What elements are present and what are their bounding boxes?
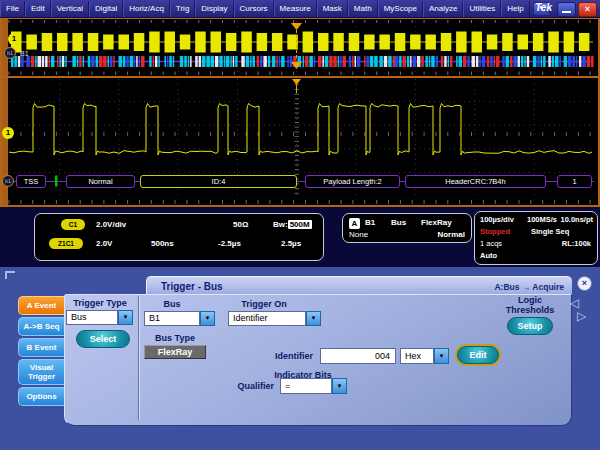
channel1-readout-badge: C1 — [61, 219, 85, 230]
trigger-bus-dialog: Trigger - Bus A:Bus → Acquire A Event A-… — [0, 267, 600, 450]
dialog-close-icon[interactable] — [577, 276, 592, 291]
menu-math[interactable]: Math — [348, 1, 378, 17]
trigger-on-dropdown-arrow-icon[interactable] — [306, 311, 321, 326]
trigger-readout-box: A B1 Bus FlexRay None Normal — [342, 213, 472, 243]
select-button[interactable]: Select — [76, 330, 130, 348]
trigger-type-dropdown[interactable]: Bus — [66, 310, 118, 325]
decode-field-cycle-count: 1 — [557, 175, 592, 188]
panel-divider — [138, 296, 140, 420]
menu-myscope[interactable]: MyScope — [378, 1, 423, 17]
zoom-timebase: 500ns — [151, 239, 174, 248]
channel-bandwidth: Bw:500M — [273, 220, 312, 229]
acq-record-length: RL:100k — [562, 239, 591, 248]
trigger-protocol: FlexRay — [421, 218, 452, 227]
panel-nav-left-icon[interactable] — [570, 297, 579, 309]
window-end: 2.5µs — [281, 239, 301, 248]
bus-type-value: FlexRay — [144, 345, 206, 359]
bandwidth-prefix: Bw: — [273, 220, 288, 229]
logic-thresholds-label-line2: Thresholds — [498, 305, 562, 315]
acq-resolution: 10.0ns/pt — [560, 215, 593, 224]
menu-analyze[interactable]: Analyze — [423, 1, 463, 17]
menu-edit[interactable]: Edit — [25, 1, 51, 17]
menu-measure[interactable]: Measure — [274, 1, 317, 17]
trigger-type-dropdown-arrow-icon[interactable] — [118, 310, 133, 325]
tab-options[interactable]: Options — [18, 387, 64, 406]
trigger-on-label: Trigger On — [224, 299, 304, 309]
overview-channel1-badge[interactable]: 1 — [8, 33, 20, 45]
dialog-title-bar: Trigger - Bus A:Bus → Acquire — [146, 276, 572, 295]
menu-digital[interactable]: Digital — [89, 1, 123, 17]
menu-utilities[interactable]: Utilities — [463, 1, 501, 17]
trigger-type: Bus — [391, 218, 406, 227]
trigger-type-label: Trigger Type — [64, 298, 136, 308]
tab-visual-trigger[interactable]: Visual Trigger — [18, 359, 64, 385]
menu-trig[interactable]: Trig — [170, 1, 195, 17]
trigger-a-badge: A — [349, 218, 360, 229]
trigger-mode: Normal — [437, 230, 465, 239]
dialog-grip — [5, 271, 15, 279]
tab-b-event[interactable]: B Event — [18, 338, 64, 357]
bandwidth-value: 500M — [288, 220, 312, 229]
channel-readout-box: C1 2.0V/div 50Ω Bw:500M Z1C1 2.0V 500ns … — [34, 213, 324, 261]
menu-file[interactable]: File — [0, 1, 25, 17]
qualifier-dropdown[interactable]: = — [280, 378, 332, 394]
overview-bus-badge[interactable]: b1 — [4, 47, 16, 59]
trigger-source: B1 — [365, 218, 375, 227]
identifier-format-dropdown-arrow-icon[interactable] — [434, 348, 449, 364]
acquisition-readout-box: 100µs/div 100MS/s 10.0ns/pt Stopped Sing… — [474, 211, 598, 265]
menu-vertical[interactable]: Vertical — [51, 1, 89, 17]
bus-type-label: Bus Type — [142, 333, 208, 343]
tab-a-b-seq-label: A->B Seq — [24, 322, 60, 331]
acq-count: 1 acqs — [480, 239, 502, 248]
decode-field-payload-length: Payload Length:2 — [305, 175, 400, 188]
acq-timebase: 100µs/div — [480, 215, 514, 224]
tab-a-event[interactable]: A Event — [18, 296, 64, 315]
menu-cursors[interactable]: Cursors — [234, 1, 274, 17]
overview-bus-label: B1 — [20, 50, 29, 57]
logic-thresholds-label-line1: Logic — [498, 295, 562, 305]
acq-mode: Single Seq — [531, 227, 569, 236]
menu-display[interactable]: Display — [195, 1, 233, 17]
tab-options-label: Options — [26, 392, 56, 401]
decode-field-tss: TSS — [16, 175, 46, 188]
readout-bar: C1 2.0V/div 50Ω Bw:500M Z1C1 2.0V 500ns … — [0, 207, 600, 267]
acq-sample-rate: 100MS/s — [527, 215, 557, 224]
oscilloscope-screen: File Edit Vertical Digital Horiz/Acq Tri… — [0, 0, 600, 450]
bus-label: Bus — [142, 299, 202, 309]
zoom-scale: 2.0V — [96, 239, 112, 248]
decode-field-frame-type: Normal — [66, 175, 135, 188]
dialog-breadcrumb: A:Bus → Acquire — [494, 282, 564, 292]
channel-scale: 2.0V/div — [96, 220, 126, 229]
bus-dropdown[interactable]: B1 — [144, 311, 200, 326]
acq-fastacq: Auto — [480, 251, 497, 260]
tab-a-b-seq[interactable]: A->B Seq — [18, 317, 64, 336]
menu-help[interactable]: Help — [501, 1, 529, 17]
tab-a-event-label: A Event — [27, 301, 57, 310]
trigger-on-dropdown[interactable]: Identifier — [228, 311, 306, 326]
menu-horiz-acq[interactable]: Horiz/Acq — [123, 1, 170, 17]
overview-divider — [2, 76, 598, 78]
identifier-label: Identifier — [251, 351, 313, 361]
identifier-format-dropdown[interactable]: Hex — [400, 348, 434, 364]
menu-mask[interactable]: Mask — [317, 1, 348, 17]
menu-bar: File Edit Vertical Digital Horiz/Acq Tri… — [0, 0, 600, 18]
setup-button[interactable]: Setup — [507, 317, 553, 335]
window-start: -2.5µs — [218, 239, 241, 248]
tab-b-event-label: B Event — [27, 343, 57, 352]
edit-button[interactable]: Edit — [457, 346, 499, 364]
tab-visual-trigger-label: Visual Trigger — [19, 363, 64, 381]
bus-decode-badge[interactable]: b1 — [2, 175, 14, 187]
channel1-marker[interactable]: 1 — [2, 127, 14, 139]
decode-field-header-crc: HeaderCRC:7B4h — [405, 175, 546, 188]
identifier-input[interactable]: 004 — [320, 348, 396, 364]
decode-field-id: ID:4 — [140, 175, 297, 188]
bus-dropdown-arrow-icon[interactable] — [200, 311, 215, 326]
zoom1-channel1-badge: Z1C1 — [49, 238, 83, 249]
tek-logo: Tek — [535, 2, 552, 13]
channel-impedance: 50Ω — [233, 220, 248, 229]
close-window-icon[interactable] — [578, 2, 597, 17]
minimize-button[interactable] — [557, 2, 576, 17]
qualifier-label: Qualifier — [222, 381, 274, 391]
panel-nav-right-icon[interactable] — [577, 310, 586, 322]
qualifier-dropdown-arrow-icon[interactable] — [332, 378, 347, 394]
